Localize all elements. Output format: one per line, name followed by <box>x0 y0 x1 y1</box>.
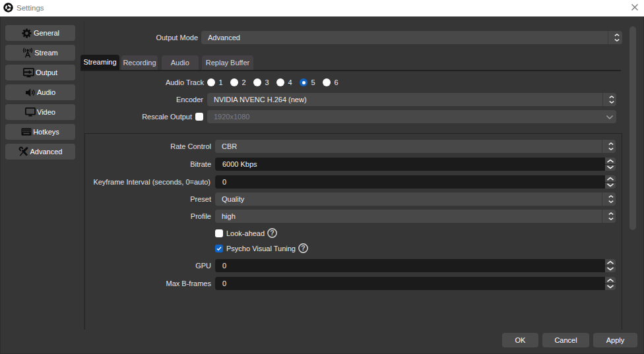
svg-text:?: ? <box>270 229 274 237</box>
svg-text:?: ? <box>301 244 305 252</box>
